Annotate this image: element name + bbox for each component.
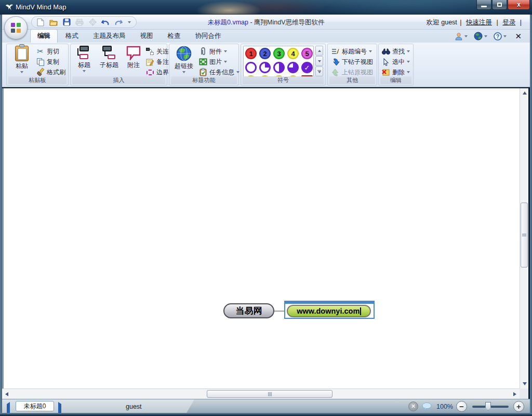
tab-collaborate[interactable]: 协同合作 — [189, 30, 228, 43]
separator: | — [460, 19, 461, 26]
scroll-up-button[interactable] — [520, 89, 529, 97]
mindmap-child-node[interactable]: www.downyi.com — [287, 305, 371, 317]
open-button[interactable] — [49, 18, 58, 27]
chrome-row: 未标题0.vmap - 鹰翔MindV思维导图软件 — [2, 15, 530, 30]
new-document-button[interactable] — [36, 18, 45, 27]
symbol-number-4[interactable]: 4 — [287, 48, 299, 59]
zoom-out-button[interactable]: − — [456, 401, 467, 412]
attachment-button[interactable]: 附件 — [198, 46, 240, 57]
minimize-icon — [481, 6, 487, 7]
paste-button[interactable]: 粘贴 — [11, 46, 33, 73]
vertical-scroll-thumb[interactable] — [521, 203, 528, 267]
symbol-progress-50[interactable] — [273, 62, 285, 73]
scroll-right-button[interactable] — [511, 389, 518, 399]
next-page-button[interactable] — [58, 404, 61, 413]
tab-format[interactable]: 格式 — [59, 30, 85, 43]
hyperlink-button[interactable]: 超链接 — [172, 46, 196, 73]
qat-customize-button[interactable] — [127, 18, 132, 27]
application-menu-button[interactable] — [4, 16, 28, 39]
symbol-number-5[interactable]: 5 — [301, 48, 313, 59]
chevron-down-icon — [83, 70, 86, 72]
previous-page-button[interactable] — [7, 404, 10, 413]
picture-button[interactable]: 图片 — [198, 57, 240, 67]
scroll-down-button[interactable] — [520, 380, 529, 387]
tab-edit[interactable]: 编辑 — [30, 29, 58, 43]
language-globe-button[interactable] — [472, 31, 489, 42]
window-border-bottom — [0, 413, 532, 416]
undo-button[interactable] — [101, 18, 110, 27]
delete-button[interactable]: 删除 — [381, 67, 410, 77]
topic-numbering-button[interactable]: 标题编号 — [331, 46, 373, 57]
relation-button[interactable]: 关连 — [145, 46, 169, 57]
symbol-progress-0[interactable] — [245, 62, 257, 73]
horizontal-scroll-thumb[interactable] — [207, 390, 332, 398]
drill-down-button[interactable]: 下钻子视图 — [331, 57, 373, 67]
symbol-number-2[interactable]: 2 — [259, 48, 271, 59]
welcome-text: 欢迎 guest — [427, 19, 457, 26]
boundary-button[interactable]: 边界 — [145, 67, 169, 77]
group-label-edit: 编辑 — [380, 76, 411, 84]
note-button[interactable]: 备注 — [145, 57, 169, 67]
minimize-button[interactable] — [476, 0, 491, 10]
maximize-button[interactable] — [492, 0, 507, 10]
scroll-left-button[interactable] — [3, 389, 10, 399]
find-button[interactable]: 查找 — [381, 46, 410, 57]
symbol-number-1[interactable]: 1 — [245, 48, 257, 59]
format-painter-button[interactable]: 格式刷 — [36, 67, 65, 77]
tab-check[interactable]: 检查 — [161, 30, 188, 43]
cut-button[interactable]: ✂ 剪切 — [36, 46, 65, 57]
vertical-scrollbar[interactable] — [520, 88, 528, 388]
group-symbols: 1 2 3 4 5 ✓ — [241, 44, 326, 86]
gallery-scroll-up-button[interactable] — [315, 46, 323, 56]
open-folder-icon — [49, 19, 58, 26]
tab-theme-layout[interactable]: 主题及布局 — [86, 30, 132, 43]
symbol-progress-75[interactable] — [287, 62, 299, 73]
login-link[interactable]: 登录 — [502, 19, 515, 26]
register-link[interactable]: 快速注册 — [466, 19, 492, 26]
redo-button[interactable] — [114, 18, 123, 27]
settings-button — [88, 18, 97, 27]
ribbon-close-button[interactable]: ✕ — [511, 32, 526, 41]
zoom-slider-thumb[interactable] — [485, 402, 491, 410]
horizontal-scrollbar[interactable] — [2, 388, 520, 399]
drill-up-icon — [331, 68, 340, 77]
gear-icon — [89, 18, 97, 26]
child-node-text: www.downyi.com — [297, 307, 360, 315]
tab-view[interactable]: 视图 — [134, 30, 160, 43]
gallery-more-button[interactable] — [315, 66, 323, 76]
subtopic-icon — [101, 46, 117, 60]
group-label-insert: 插入 — [72, 76, 165, 84]
chat-bubble-button[interactable] — [422, 401, 432, 411]
ribbon-tab-row: 编辑 格式 主题及布局 视图 检查 协同合作 ? — [2, 30, 530, 43]
help-button[interactable]: ? — [491, 31, 509, 42]
title-bar: MindV Mind Map x — [0, 0, 532, 15]
select-button[interactable]: 选中 — [381, 57, 410, 67]
chevron-down-icon — [484, 35, 487, 37]
svg-text:?: ? — [496, 33, 499, 39]
map-canvas[interactable]: 当易网 www.downyi.com — [2, 88, 520, 388]
copy-button[interactable]: 复制 — [36, 57, 65, 67]
gallery-scroll-down-button[interactable] — [315, 56, 323, 66]
close-button[interactable]: x — [508, 0, 530, 10]
callout-button[interactable]: 附注 — [124, 46, 143, 70]
callout-icon — [126, 46, 141, 60]
globe-icon — [474, 32, 483, 41]
page-tab[interactable]: 未标题0 — [16, 401, 54, 411]
symbol-progress-100[interactable]: ✓ — [301, 62, 313, 73]
status-close-button[interactable]: ✕ — [408, 401, 418, 411]
boundary-icon — [145, 68, 154, 77]
save-button[interactable] — [62, 18, 71, 27]
topic-button[interactable]: 标题 — [74, 46, 95, 72]
subtopic-button[interactable]: 子标题 — [97, 46, 122, 70]
zoom-in-button[interactable]: + — [513, 401, 524, 412]
user-menu-button[interactable] — [453, 31, 470, 42]
chevron-down-icon — [182, 71, 185, 73]
symbol-progress-25[interactable] — [259, 62, 271, 73]
drill-up-button: 上钻原视图 — [331, 67, 373, 77]
quick-access-toolbar — [31, 16, 137, 28]
chevron-down-icon — [503, 35, 507, 37]
symbol-number-3[interactable]: 3 — [273, 48, 285, 59]
mindmap-root-node[interactable]: 当易网 — [223, 303, 274, 318]
task-info-button[interactable]: 任务信息 — [198, 67, 240, 77]
symbol-gallery[interactable]: 1 2 3 4 5 ✓ — [243, 46, 314, 77]
